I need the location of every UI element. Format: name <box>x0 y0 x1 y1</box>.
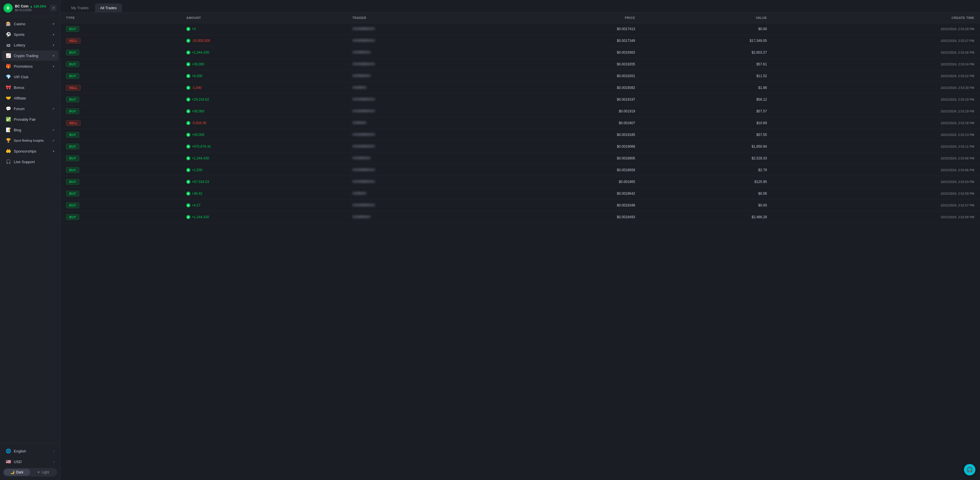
casino-icon: 🎰 <box>6 21 11 26</box>
headset-icon: 🎧 <box>967 467 973 473</box>
sidebar-item-live-support[interactable]: 🎧 Live Support <box>2 157 58 167</box>
bc-coin-icon: B <box>186 192 190 196</box>
cell-price: $0.0019205 <box>504 59 641 70</box>
cell-amount: B -5,916.35 <box>181 117 347 129</box>
cell-create-time: 10/22/2024, 2:53:19 PM <box>773 94 980 106</box>
cell-create-time: 10/22/2024, 2:53:24 PM <box>773 59 980 70</box>
live-support-float-button[interactable]: 🎧 <box>964 464 975 475</box>
sidebar-item-english[interactable]: 🌐 English › <box>2 446 58 456</box>
logo-chevron-button[interactable]: ▾ <box>50 5 57 11</box>
trader-name-blurred <box>352 27 375 30</box>
sidebar-item-affiliate[interactable]: 🤝 Affiliate <box>2 93 58 103</box>
cell-amount: B +30,000 <box>181 129 347 141</box>
sidebar-item-vip-club[interactable]: 💎 VIP Club <box>2 72 58 82</box>
sidebar-item-bonus[interactable]: 🎀 Bonus <box>2 82 58 93</box>
nav-section: 🎰 Casino ▾ ⚽ Sports ▾ 🎟 Lottery ▾ 📈 Cryp… <box>0 16 60 443</box>
sidebar-item-label-sport-betting-insights: Sport Betting Insights <box>14 139 49 142</box>
trader-name-blurred <box>352 204 375 206</box>
sidebar-item-usd[interactable]: 🇺🇸 USD › <box>2 456 58 467</box>
sidebar-item-label-promotions: Promotions <box>14 64 50 68</box>
amount-value: +36.42 <box>192 192 202 196</box>
cell-amount: B -10,000,000 <box>181 35 347 47</box>
cell-trader <box>347 211 504 223</box>
cell-trader <box>347 164 504 176</box>
sidebar-item-crypto-trading[interactable]: 📈 Crypto Trading ▾ <box>2 51 58 61</box>
table-row: BUY B +36.42 $0.0018642 $0.06 10/22/2024… <box>60 188 980 200</box>
bc-coin-icon: B <box>186 27 190 31</box>
cell-value: $1.88 <box>641 82 773 94</box>
sidebar-item-sports[interactable]: ⚽ Sports ▾ <box>2 29 58 40</box>
bc-coin-icon: B <box>186 51 190 54</box>
amount-value: -5,916.35 <box>192 121 207 125</box>
promotions-icon: 🎁 <box>6 63 11 69</box>
table-header-row: TYPE AMOUNT TRADER PRICE VALUE CREATE TI… <box>60 13 980 23</box>
trades-table-container[interactable]: TYPE AMOUNT TRADER PRICE VALUE CREATE TI… <box>60 13 980 480</box>
cell-value: $125.95 <box>641 176 773 188</box>
cell-value: $57.57 <box>641 106 773 117</box>
light-theme-button[interactable]: ☀ Light <box>30 469 57 476</box>
logo-price: $0.0110395 <box>15 8 48 12</box>
cell-price: $0.001807 <box>504 117 641 129</box>
amount-value: +30,000 <box>192 62 204 66</box>
sports-chevron-icon: ▾ <box>53 33 54 36</box>
sidebar-item-lottery[interactable]: 🎟 Lottery ▾ <box>2 40 58 50</box>
type-badge: BUY <box>66 155 79 161</box>
sidebar-item-promotions[interactable]: 🎁 Promotions ▾ <box>2 61 58 71</box>
sidebar-item-sport-betting-insights[interactable]: 🏆 Sport Betting Insights ↗ <box>2 135 58 146</box>
blog-external-icon: ↗ <box>52 128 54 131</box>
cell-value: $2,528.33 <box>641 152 773 164</box>
cell-trader <box>347 35 504 47</box>
cell-price: $0.0019363 <box>504 47 641 59</box>
sidebar-item-label-sponsorships: Sponsorships <box>14 149 50 154</box>
theme-toggle: 🌙 Dark ☀ Light <box>3 468 57 477</box>
english-chevron-icon: › <box>53 450 54 453</box>
trader-name-blurred <box>352 62 375 65</box>
language-icon: 🌐 <box>6 448 11 454</box>
cell-price: $0.0017349 <box>504 35 641 47</box>
cell-value: $0.00 <box>641 23 773 35</box>
sidebar-item-provably-fair[interactable]: ✅ Provably Fair <box>2 114 58 124</box>
table-row: BUY B +30,000 $0.0019205 $57.61 10/22/20… <box>60 59 980 70</box>
tab-all-trades[interactable]: All Trades <box>95 3 122 12</box>
cell-type: BUY <box>60 70 181 82</box>
sidebar-item-casino[interactable]: 🎰 Casino ▾ <box>2 19 58 29</box>
cell-type: BUY <box>60 23 181 35</box>
amount-value: +30,000 <box>192 109 204 113</box>
type-badge: BUY <box>66 108 79 114</box>
forum-external-icon: ↗ <box>52 107 54 110</box>
sidebar-item-blog[interactable]: 📝 Blog ↗ <box>2 125 58 135</box>
type-badge: BUY <box>66 50 79 55</box>
bc-coin-icon: B <box>186 62 190 66</box>
promotions-chevron-icon: ▾ <box>53 65 54 68</box>
cell-create-time: 10/22/2024, 2:53:20 PM <box>773 82 980 94</box>
cell-amount: B +1,344,430 <box>181 211 347 223</box>
bonus-icon: 🎀 <box>6 85 11 90</box>
trader-name-blurred <box>352 74 371 77</box>
sidebar: B BC Coin ▲ 120.33% $0.0110395 ▾ 🎰 Casin… <box>0 0 60 480</box>
sidebar-item-sponsorships[interactable]: 🤲 Sponsorships ▾ <box>2 146 58 156</box>
sidebar-item-forum[interactable]: 💬 Forum ↗ <box>2 103 58 114</box>
table-row: SELL B -10,000,000 $0.0017349 $17,349.05… <box>60 35 980 47</box>
cell-price: $0.001919 <box>504 106 641 117</box>
type-badge: SELL <box>66 85 81 90</box>
sidebar-item-label-english: English <box>14 449 51 453</box>
trader-name-blurred <box>352 51 371 54</box>
cell-create-time: 10/22/2024, 2:53:26 PM <box>773 47 980 59</box>
sidebar-item-label-affiliate: Affiliate <box>14 96 54 100</box>
sponsorships-icon: 🤲 <box>6 149 11 154</box>
bc-coin-icon: B <box>186 180 190 184</box>
table-row: SELL B -1,040 $0.0018082 $1.88 10/22/202… <box>60 82 980 94</box>
bc-coin-icon: B <box>186 133 190 137</box>
sport-betting-insights-icon: 🏆 <box>6 138 11 143</box>
trader-name-blurred <box>352 109 375 112</box>
trader-name-blurred <box>352 168 375 171</box>
sidebar-item-label-live-support: Live Support <box>14 160 54 164</box>
cell-price: $0.0018082 <box>504 82 641 94</box>
cell-create-time: 10/22/2024, 2:52:58 PM <box>773 211 980 223</box>
cell-type: BUY <box>60 106 181 117</box>
dark-theme-button[interactable]: 🌙 Dark <box>4 469 30 476</box>
tab-my-trades[interactable]: My Trades <box>66 3 94 12</box>
cell-amount: B +4.27 <box>181 200 347 211</box>
cell-price: $0.0018806 <box>504 152 641 164</box>
table-row: BUY B +970,676.41 $0.0019068 $1,850.94 1… <box>60 141 980 152</box>
